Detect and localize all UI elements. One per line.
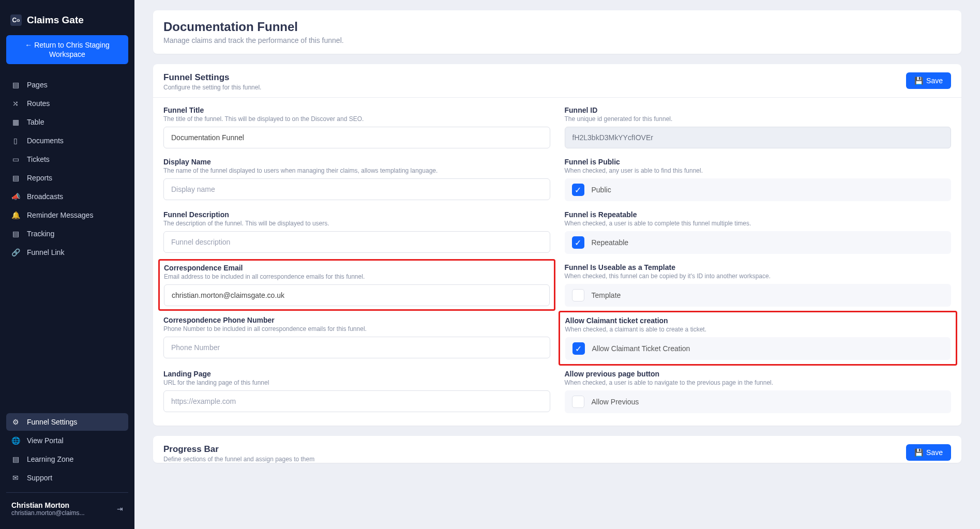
- save-label: Save: [926, 77, 943, 85]
- envelope-icon: ✉: [11, 474, 20, 482]
- document-icon: ▯: [11, 137, 20, 145]
- sidebar-item-pages[interactable]: ▤Pages: [6, 76, 128, 94]
- sidebar-item-tracking[interactable]: ▤Tracking: [6, 225, 128, 243]
- brand-icon: CG: [10, 14, 22, 26]
- sidebar-item-support[interactable]: ✉Support: [6, 469, 128, 487]
- template-row: Template: [565, 284, 952, 307]
- report-icon: ▤: [11, 174, 20, 182]
- public-check-label: Public: [592, 186, 611, 194]
- megaphone-icon: 📣: [11, 192, 20, 201]
- corr-phone-label: Correspondence Phone Number: [163, 316, 550, 324]
- sidebar-item-reminder[interactable]: 🔔Reminder Messages: [6, 206, 128, 224]
- ticket-check-label: Allow Claimant Ticket Creation: [592, 344, 690, 353]
- repeatable-row: ✓ Repeatable: [565, 231, 952, 254]
- ticket-icon: ▭: [11, 155, 20, 163]
- funnel-title-input[interactable]: [163, 127, 550, 148]
- funnel-settings-card: Funnel Settings Configure the setting fo…: [153, 64, 961, 426]
- funnel-desc-desc: The description of the funnel. This will…: [163, 220, 550, 227]
- template-check-label: Template: [592, 291, 621, 299]
- display-name-label: Display Name: [163, 158, 550, 166]
- repeatable-checkbox[interactable]: ✓: [572, 236, 584, 249]
- sidebar-item-label: Funnel Link: [27, 248, 64, 256]
- brand-logo: CG Claims Gate: [6, 9, 128, 35]
- corr-phone-desc: Phone Number to be included in all corre…: [163, 325, 550, 332]
- sidebar-item-label: Routes: [27, 99, 50, 108]
- progress-save-button[interactable]: 💾Save: [906, 444, 951, 461]
- sidebar-item-tickets[interactable]: ▭Tickets: [6, 150, 128, 168]
- funnel-id-label: Funnel ID: [565, 106, 952, 114]
- settings-header: Funnel Settings Configure the setting fo…: [153, 64, 961, 98]
- ticket-label: Allow Claimant ticket creation: [565, 316, 951, 325]
- sidebar: CG Claims Gate ← Return to Chris Staging…: [0, 0, 134, 529]
- sidebar-item-label: Reports: [27, 174, 52, 182]
- book-icon: ▤: [11, 455, 20, 463]
- repeatable-check-label: Repeatable: [592, 238, 629, 247]
- landing-desc: URL for the landing page of this funnel: [163, 379, 550, 386]
- repeatable-label: Funnel is Repeatable: [565, 210, 952, 219]
- repeatable-desc: When checked, a user is able to complete…: [565, 220, 952, 227]
- previous-checkbox[interactable]: [572, 396, 584, 408]
- sidebar-item-funnel-link[interactable]: 🔗Funnel Link: [6, 244, 128, 261]
- previous-check-label: Allow Previous: [592, 398, 639, 406]
- corr-phone-input[interactable]: [163, 337, 550, 358]
- save-icon: 💾: [914, 448, 923, 457]
- template-label: Funnel Is Useable as a Template: [565, 263, 952, 271]
- ticket-desc: When checked, a claimant is able to crea…: [565, 326, 951, 333]
- link-icon: 🔗: [11, 248, 20, 256]
- previous-row: Allow Previous: [565, 390, 952, 413]
- globe-icon: 🌐: [11, 436, 20, 445]
- sidebar-item-label: Learning Zone: [27, 455, 73, 463]
- sidebar-item-broadcasts[interactable]: 📣Broadcasts: [6, 188, 128, 205]
- page-title: Documentation Funnel: [163, 20, 951, 34]
- logout-icon[interactable]: ⇥: [117, 505, 123, 513]
- page-subtitle: Manage claims and track the performance …: [163, 36, 951, 44]
- user-name: Christian Morton: [11, 501, 85, 509]
- gear-icon: ⚙: [11, 418, 20, 426]
- display-name-desc: The name of the funnel displayed to user…: [163, 167, 550, 174]
- user-email: christian.morton@claims...: [11, 509, 85, 517]
- funnel-title-desc: The title of the funnel. This will be di…: [163, 115, 550, 123]
- save-button[interactable]: 💾Save: [906, 72, 951, 89]
- funnel-title-label: Funnel Title: [163, 106, 550, 114]
- user-block: Christian Morton christian.morton@claims…: [6, 498, 128, 520]
- public-label: Funnel is Public: [565, 158, 952, 166]
- sidebar-item-label: Table: [27, 118, 44, 126]
- funnel-desc-input[interactable]: [163, 231, 550, 253]
- list-icon: ▤: [11, 230, 20, 238]
- settings-subtitle: Configure the setting for this funnel.: [163, 84, 261, 91]
- previous-label: Allow previous page button: [565, 370, 952, 378]
- file-icon: ▤: [11, 81, 20, 89]
- progress-bar-card: Progress Bar Define sections of the funn…: [153, 436, 961, 463]
- main-content: Documentation Funnel Manage claims and t…: [134, 0, 980, 529]
- sidebar-item-routes[interactable]: ⤭Routes: [6, 95, 128, 112]
- sidebar-item-learning-zone[interactable]: ▤Learning Zone: [6, 450, 128, 468]
- sidebar-item-documents[interactable]: ▯Documents: [6, 132, 128, 149]
- template-checkbox[interactable]: [572, 289, 584, 301]
- ticket-checkbox[interactable]: ✓: [572, 342, 585, 355]
- corr-email-input[interactable]: [164, 284, 550, 306]
- public-row: ✓ Public: [565, 178, 952, 201]
- progress-subtitle: Define sections of the funnel and assign…: [163, 456, 314, 463]
- sidebar-item-table[interactable]: ▦Table: [6, 113, 128, 131]
- funnel-desc-label: Funnel Description: [163, 210, 550, 219]
- sidebar-item-label: Documents: [27, 137, 64, 145]
- bell-icon: 🔔: [11, 211, 20, 219]
- return-button[interactable]: ← Return to Chris Staging Workspace: [6, 35, 128, 64]
- landing-input[interactable]: [163, 390, 550, 412]
- save-label: Save: [926, 448, 943, 457]
- sidebar-item-label: Tracking: [27, 230, 54, 238]
- sidebar-item-label: Broadcasts: [27, 192, 63, 201]
- display-name-input[interactable]: [163, 178, 550, 200]
- ticket-row: ✓ Allow Claimant Ticket Creation: [565, 337, 951, 360]
- sidebar-item-reports[interactable]: ▤Reports: [6, 169, 128, 187]
- hero-card: Documentation Funnel Manage claims and t…: [153, 10, 961, 54]
- sidebar-item-label: View Portal: [27, 436, 64, 445]
- public-desc: When checked, any user is able to find t…: [565, 167, 952, 174]
- sidebar-item-label: Reminder Messages: [27, 211, 93, 219]
- template-desc: When checked, this funnel can be copied …: [565, 273, 952, 280]
- landing-label: Landing Page: [163, 370, 550, 378]
- sidebar-item-funnel-settings[interactable]: ⚙Funnel Settings: [6, 413, 128, 431]
- public-checkbox[interactable]: ✓: [572, 184, 584, 196]
- sidebar-item-view-portal[interactable]: 🌐View Portal: [6, 432, 128, 449]
- brand-text: Claims Gate: [27, 14, 84, 26]
